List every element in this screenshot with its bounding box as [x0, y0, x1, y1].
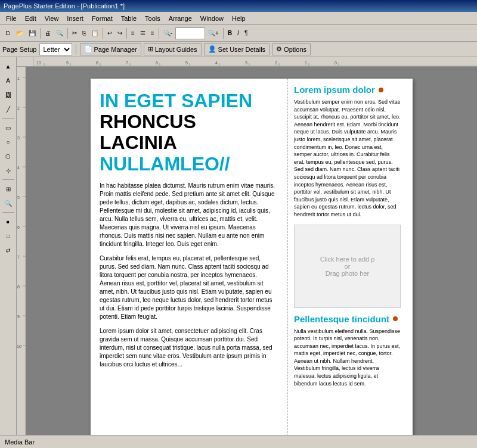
table-tool[interactable]: ⊞: [2, 182, 15, 195]
save-button[interactable]: 💾: [26, 27, 38, 40]
section2-body: Nulla vestibulum eleifend nulla. Suspend…: [294, 328, 401, 388]
ruler-vertical: 1 2 3 4 5 6 7 8 9 10: [17, 67, 26, 435]
layout-guides-icon: ⊞: [148, 45, 153, 53]
photo-placeholder[interactable]: Click here to add p or Drag photo her: [294, 225, 401, 308]
left-toolbar: ▲ A 🖼 ╱ ▭ ○ ⬡ ⊹ ⊞ 🔍 ■ □ ⇄: [0, 57, 17, 435]
menu-edit[interactable]: Edit: [21, 14, 40, 23]
cut-button[interactable]: ✂: [70, 27, 79, 40]
separator-5: [159, 28, 159, 39]
page-size-select[interactable]: Letter: [39, 43, 72, 55]
page-manager-label: Page Manager: [94, 46, 137, 53]
menu-insert[interactable]: Insert: [63, 14, 87, 23]
user-icon: 👤: [208, 45, 216, 53]
page-manager-button[interactable]: 📄 Page Manager: [80, 43, 141, 55]
status-text: Media Bar: [5, 438, 35, 446]
ellipse-tool[interactable]: ○: [2, 135, 15, 148]
align-center-button[interactable]: ☰: [138, 27, 148, 40]
sep-tb2-1: [76, 44, 76, 55]
photo-placeholder-line3: Drag photo her: [326, 270, 369, 277]
menu-format[interactable]: Format: [88, 14, 116, 23]
body-para-3: Lorem ipsum dolor sit amet, consectetuer…: [100, 327, 278, 369]
color-stroke[interactable]: □: [2, 229, 15, 242]
undo-button[interactable]: ↩: [105, 27, 114, 40]
menu-tools[interactable]: Tools: [141, 14, 164, 23]
page-manager-icon: 📄: [84, 45, 92, 53]
svg-text:8: 8: [96, 61, 98, 65]
menu-table[interactable]: Table: [117, 14, 140, 23]
menu-view[interactable]: View: [41, 14, 63, 23]
right-column: Lorem ipsum dolor Vestibulum semper enim…: [287, 79, 407, 435]
menu-help[interactable]: Help: [228, 14, 249, 23]
svg-text:6: 6: [17, 225, 20, 229]
ruler-horizontal: 10 9 8 7 6 5 4 3 2 1 0: [33, 57, 477, 67]
copy-button[interactable]: ⎘: [80, 27, 88, 40]
section2-heading-text: Pellentesque tincidunt: [294, 314, 389, 324]
secondary-toolbar: Page Setup Letter 📄 Page Manager ⊞ Layou…: [0, 42, 477, 57]
pointer-tool[interactable]: ▲: [2, 60, 15, 73]
document-page: IN EGET SAPIEN RHONCUS LACINIA NULLAMLEO…: [91, 79, 413, 435]
title-bar: PagePlus Starter Edition - [Publication1…: [0, 0, 477, 12]
zoom-input[interactable]: 100%: [175, 27, 205, 39]
lt-sep-2: [2, 179, 14, 180]
redo-button[interactable]: ↪: [115, 27, 125, 40]
paragraph-button[interactable]: ¶: [242, 27, 250, 40]
swap-colors[interactable]: ⇄: [2, 244, 15, 257]
svg-text:9: 9: [17, 315, 20, 319]
align-left-button[interactable]: ≡: [129, 27, 137, 40]
align-right-button[interactable]: ≡: [148, 27, 157, 40]
layout-guides-button[interactable]: ⊞ Layout Guides: [144, 43, 202, 55]
paste-button[interactable]: 📋: [89, 27, 101, 40]
bold-button[interactable]: B: [225, 27, 234, 40]
section2-heading: Pellentesque tincidunt: [294, 314, 401, 324]
svg-text:3: 3: [17, 136, 20, 140]
menu-bar: File Edit View Insert Format Table Tools…: [0, 12, 477, 25]
svg-text:10: 10: [36, 61, 41, 65]
body-para-2: Curabitur felis erat, tempus eu, placera…: [100, 254, 278, 321]
svg-text:5: 5: [17, 195, 20, 200]
rectangle-tool[interactable]: ▭: [2, 121, 15, 134]
svg-text:0: 0: [334, 61, 337, 65]
line-tool[interactable]: ╱: [2, 102, 15, 116]
section1-bullet: [379, 88, 383, 92]
menu-window[interactable]: Window: [197, 14, 227, 23]
italic-button[interactable]: I: [235, 27, 241, 40]
section1-heading: Lorem ipsum dolor: [294, 85, 401, 95]
svg-text:2: 2: [275, 61, 277, 65]
svg-text:8: 8: [17, 285, 20, 289]
picture-tool[interactable]: 🖼: [2, 88, 15, 101]
text-tool[interactable]: A: [2, 74, 15, 87]
photo-placeholder-line2: or: [345, 263, 351, 270]
open-button[interactable]: 📂: [14, 27, 26, 40]
svg-text:3: 3: [245, 61, 247, 65]
canvas-container[interactable]: IN EGET SAPIEN RHONCUS LACINIA NULLAMLEO…: [26, 67, 477, 435]
svg-text:9: 9: [66, 61, 69, 65]
body-para-1: In hac habitasse platea dictumst. Mauris…: [100, 182, 278, 248]
options-label: Options: [284, 46, 306, 53]
svg-text:6: 6: [156, 61, 158, 65]
menu-file[interactable]: File: [2, 14, 20, 23]
main-heading: IN EGET SAPIEN RHONCUS LACINIA NULLAMLEO…: [100, 91, 278, 175]
title-text: PagePlus Starter Edition - [Publication1…: [4, 2, 125, 10]
crop-tool[interactable]: ⊹: [2, 164, 15, 177]
page-setup-label: Page Setup: [2, 46, 37, 53]
new-button[interactable]: 🗋: [2, 27, 13, 40]
options-button[interactable]: ⚙ Options: [272, 43, 311, 55]
zoom-tool[interactable]: 🔍: [2, 197, 15, 210]
left-column: IN EGET SAPIEN RHONCUS LACINIA NULLAMLEO…: [91, 79, 287, 435]
svg-text:10: 10: [17, 344, 21, 349]
zoom-in-button[interactable]: 🔍+: [206, 27, 221, 40]
zoom-out-button[interactable]: 🔍-: [161, 27, 175, 40]
svg-text:7: 7: [17, 255, 20, 259]
svg-text:7: 7: [126, 61, 128, 65]
main-toolbar: 🗋 📂 💾 🖨 🔍 ✂ ⎘ 📋 ↩ ↪ ≡ ☰ ≡ 🔍- 100% 🔍+ B I…: [0, 25, 477, 42]
color-fill[interactable]: ■: [2, 215, 15, 228]
section2-bullet: [393, 316, 398, 321]
separator-3: [103, 28, 103, 39]
ruler-corner: [17, 57, 33, 67]
print-button[interactable]: 🖨: [42, 27, 53, 40]
canvas-inner: IN EGET SAPIEN RHONCUS LACINIA NULLAMLEO…: [26, 67, 477, 435]
polygon-tool[interactable]: ⬡: [2, 150, 15, 163]
set-user-details-button[interactable]: 👤 Set User Details: [204, 43, 270, 55]
menu-arrange[interactable]: Arrange: [165, 14, 196, 23]
print-preview-button[interactable]: 🔍: [54, 27, 66, 40]
